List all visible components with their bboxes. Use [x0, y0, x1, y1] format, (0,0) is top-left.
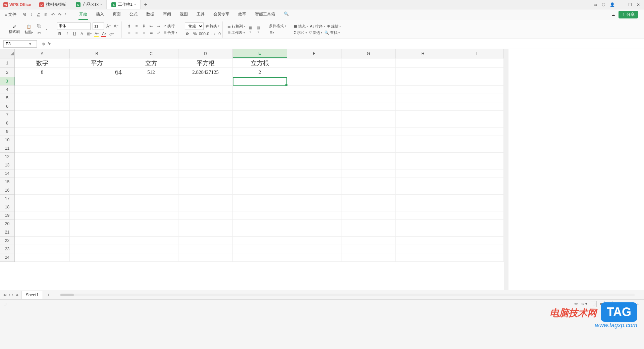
cell-C24[interactable]: [124, 253, 178, 262]
cell-E1[interactable]: 立方根: [233, 58, 287, 68]
cell-G6[interactable]: [341, 102, 396, 111]
cell-B8[interactable]: [70, 119, 124, 128]
cell-B15[interactable]: [70, 178, 124, 186]
cell-E15[interactable]: [233, 178, 287, 186]
cell-D1[interactable]: 平方根: [178, 58, 233, 68]
cell-H18[interactable]: [396, 203, 450, 211]
cell-C12[interactable]: [124, 153, 178, 161]
cell-H1[interactable]: [396, 58, 450, 68]
paste-button[interactable]: 📋 粘贴▾: [23, 24, 35, 35]
panel-icon[interactable]: ▭: [593, 2, 597, 7]
cell-C16[interactable]: [124, 186, 178, 195]
name-box-dropdown-icon[interactable]: ▾: [27, 42, 33, 46]
sheet-prev-icon[interactable]: ‹: [9, 293, 10, 297]
cell-I20[interactable]: [450, 220, 504, 228]
cell-E16[interactable]: [233, 186, 287, 195]
cell-D20[interactable]: [178, 220, 233, 228]
cell-H3[interactable]: [396, 77, 450, 86]
cell-B10[interactable]: [70, 136, 124, 144]
cell-I10[interactable]: [450, 136, 504, 144]
cell-I12[interactable]: [450, 153, 504, 161]
cell-E13[interactable]: [233, 161, 287, 169]
tab-start[interactable]: 开始: [78, 9, 88, 20]
fill-color-button[interactable]: A▾: [94, 31, 99, 37]
cut-icon[interactable]: ✂: [37, 30, 42, 36]
row-header-5[interactable]: 5: [0, 94, 14, 102]
cell-G12[interactable]: [341, 153, 396, 161]
align-justify-icon[interactable]: ≣: [149, 30, 154, 36]
cell-F22[interactable]: [287, 237, 341, 245]
cell-D5[interactable]: [178, 94, 233, 102]
align-top-icon[interactable]: ⬆: [126, 23, 132, 29]
col-header-G[interactable]: G: [341, 49, 396, 58]
doc-tab-product[interactable]: S 产品.xlsx •: [71, 0, 107, 9]
print-icon[interactable]: 🖨: [37, 12, 41, 17]
cell-I24[interactable]: [450, 253, 504, 262]
cell-I5[interactable]: [450, 94, 504, 102]
row-header-7[interactable]: 7: [0, 111, 14, 119]
cell-G4[interactable]: [341, 86, 396, 94]
filter-button[interactable]: ▽筛选▾: [309, 30, 322, 35]
cell-A14[interactable]: [15, 169, 70, 178]
cell-B16[interactable]: [70, 186, 124, 195]
cond-format-button[interactable]: 条件格式▾: [269, 23, 286, 29]
cell-D24[interactable]: [178, 253, 233, 262]
cell-H8[interactable]: [396, 119, 450, 128]
row-header-17[interactable]: 17: [0, 195, 14, 203]
font-size-input[interactable]: [93, 22, 104, 30]
cell-H14[interactable]: [396, 169, 450, 178]
cell-H6[interactable]: [396, 102, 450, 111]
tab-formula[interactable]: 公式: [129, 9, 138, 20]
avatar-icon[interactable]: 👤: [610, 2, 615, 7]
cell-F14[interactable]: [287, 169, 341, 178]
cell-A16[interactable]: [15, 186, 70, 195]
cell-A11[interactable]: [15, 144, 70, 153]
cell-I17[interactable]: [450, 195, 504, 203]
target-icon[interactable]: ⊕ ▾: [581, 302, 587, 306]
cell-I18[interactable]: [450, 203, 504, 211]
cell-B5[interactable]: [70, 94, 124, 102]
cell-D9[interactable]: [178, 128, 233, 136]
cell-G5[interactable]: [341, 94, 396, 102]
cell-H12[interactable]: [396, 153, 450, 161]
table-style-button[interactable]: ▦ ▾: [247, 25, 253, 34]
font-color-button[interactable]: A▾: [101, 31, 107, 37]
sheet-tab[interactable]: Sheet1: [21, 291, 43, 299]
row-header-3[interactable]: 3: [0, 77, 14, 86]
cell-H2[interactable]: [396, 68, 450, 77]
cell-A13[interactable]: [15, 161, 70, 169]
tab-efficiency[interactable]: 效率: [237, 9, 247, 20]
file-menu[interactable]: ≡ 文件: [3, 12, 18, 17]
col-header-E[interactable]: E: [233, 49, 287, 58]
cell-I23[interactable]: [450, 245, 504, 253]
tab-review[interactable]: 审阅: [162, 9, 172, 20]
row-header-24[interactable]: 24: [0, 253, 14, 262]
cell-C11[interactable]: [124, 144, 178, 153]
cell-G10[interactable]: [341, 136, 396, 144]
col-header-I[interactable]: I: [450, 49, 504, 58]
close-window-icon[interactable]: ✕: [637, 2, 640, 7]
cell-I4[interactable]: [450, 86, 504, 94]
cell-D23[interactable]: [178, 245, 233, 253]
cell-H10[interactable]: [396, 136, 450, 144]
cell-F6[interactable]: [287, 102, 341, 111]
save-icon[interactable]: 🖫: [22, 12, 26, 17]
cell-F24[interactable]: [287, 253, 341, 262]
cell-I2[interactable]: [450, 68, 504, 77]
cell-H9[interactable]: [396, 128, 450, 136]
cell-A10[interactable]: [15, 136, 70, 144]
cell-D18[interactable]: [178, 203, 233, 211]
cell-G8[interactable]: [341, 119, 396, 128]
view-normal-icon[interactable]: ⊞: [591, 301, 597, 307]
cell-C9[interactable]: [124, 128, 178, 136]
cells-area[interactable]: 数字平方立方平方根立方根8645122.8284271252: [15, 58, 504, 262]
decrease-decimal-icon[interactable]: ←.0: [214, 31, 220, 37]
doc-tab-workbook[interactable]: S 工作簿1 •: [107, 0, 141, 9]
cell-H4[interactable]: [396, 86, 450, 94]
close-icon[interactable]: •: [135, 3, 136, 6]
cell-E8[interactable]: [233, 119, 287, 128]
cell-H13[interactable]: [396, 161, 450, 169]
fx-icon[interactable]: fx: [48, 42, 51, 46]
name-box-input[interactable]: [4, 42, 27, 46]
increase-decimal-icon[interactable]: .0→: [207, 31, 212, 37]
